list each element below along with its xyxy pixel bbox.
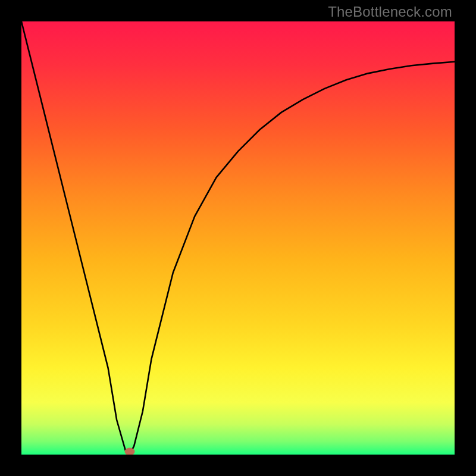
chart-frame: TheBottleneck.com <box>0 0 476 476</box>
plot-area <box>21 21 455 455</box>
frame-border-left <box>0 0 21 476</box>
frame-border-bottom <box>0 455 476 476</box>
frame-border-right <box>455 0 476 476</box>
gradient-background <box>21 21 455 455</box>
frame-border-top <box>0 0 476 21</box>
plot-svg <box>21 21 455 455</box>
